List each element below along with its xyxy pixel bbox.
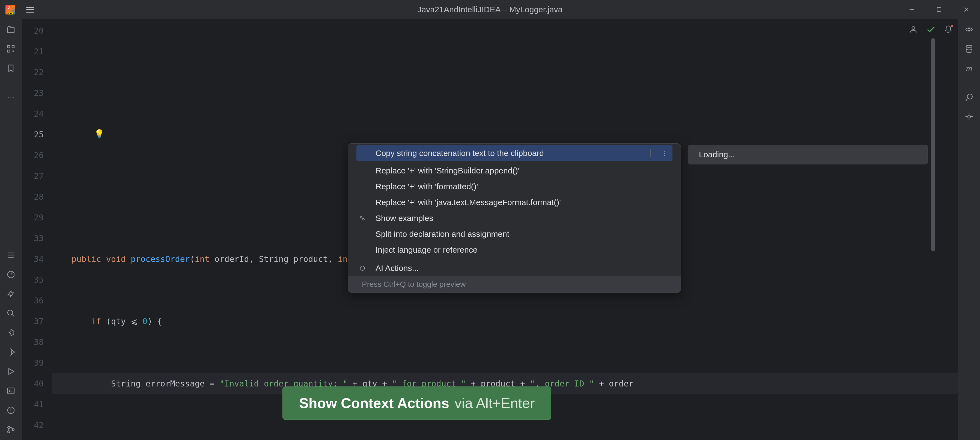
line-number: 21 xyxy=(22,41,44,62)
separator xyxy=(4,83,18,83)
app-icon xyxy=(5,5,15,14)
endpoints-icon[interactable] xyxy=(964,112,974,121)
problems-icon[interactable] xyxy=(6,405,16,415)
line-number: 37 xyxy=(22,311,44,332)
menu-separator xyxy=(348,259,681,259)
menu-footer-hint: Press Ctrl+Q to toggle preview xyxy=(348,276,681,293)
terminal-icon[interactable] xyxy=(6,386,16,396)
run-icon[interactable] xyxy=(6,367,16,376)
search-icon[interactable] xyxy=(6,308,16,318)
coverage-icon[interactable] xyxy=(964,92,974,102)
maven-icon[interactable]: m xyxy=(964,63,974,73)
line-number: 22 xyxy=(22,62,44,83)
svg-point-19 xyxy=(11,412,11,412)
svg-point-28 xyxy=(361,216,362,218)
scrollbar-thumb[interactable] xyxy=(931,38,935,251)
menu-item-messageformat[interactable]: Replace '+' with 'java.text.MessageForma… xyxy=(348,194,681,210)
svg-point-21 xyxy=(8,431,10,433)
menu-item-inject-lang[interactable]: Inject language or reference xyxy=(348,242,681,258)
banner-action: Show Context Actions xyxy=(299,395,449,411)
menu-item-label: Replace '+' with 'formatted()' xyxy=(375,182,478,191)
menu-item-ai-actions[interactable]: AI Actions... xyxy=(348,260,681,276)
line-number: 24 xyxy=(22,104,44,124)
line-number: 35 xyxy=(22,269,44,290)
gutter: 💡 20 21 22 23 24 25 26 27 28 29 33 34 35… xyxy=(22,19,52,440)
banner-shortcut: via Alt+Enter xyxy=(455,395,535,411)
build-icon[interactable] xyxy=(6,328,16,338)
no-problems-icon[interactable] xyxy=(926,25,936,34)
close-button[interactable] xyxy=(953,0,980,19)
menu-item-label: Copy string concatenation text to the cl… xyxy=(375,148,544,158)
line-number: 29 xyxy=(22,207,44,228)
svg-rect-6 xyxy=(8,50,10,52)
line-number: 26 xyxy=(22,145,44,166)
svg-rect-15 xyxy=(8,388,14,394)
profiler-icon[interactable] xyxy=(6,269,16,279)
window-title: Java21AndIntelliJIDEA – MyLogger.java xyxy=(418,5,563,14)
line-number: 28 xyxy=(22,187,44,207)
svg-rect-5 xyxy=(12,46,14,48)
notifications-icon[interactable] xyxy=(944,25,953,34)
main-menu-button[interactable] xyxy=(26,7,34,13)
documentation-loading-tooltip: Loading... xyxy=(688,145,928,164)
menu-item-label: AI Actions... xyxy=(375,263,418,273)
minimize-button[interactable] xyxy=(898,0,926,19)
intention-bulb-icon[interactable]: 💡 xyxy=(94,129,104,139)
maximize-button[interactable] xyxy=(926,0,953,19)
line-number: 38 xyxy=(22,332,44,352)
left-tool-sidebar: ⋯ xyxy=(0,19,22,440)
svg-point-29 xyxy=(363,218,364,220)
examples-icon xyxy=(359,215,366,222)
menu-item-split-decl[interactable]: Split into declaration and assignment xyxy=(348,226,681,242)
bookmarks-icon[interactable] xyxy=(6,63,16,73)
line-number: 42 xyxy=(22,415,44,436)
svg-rect-4 xyxy=(8,46,10,48)
svg-point-23 xyxy=(912,27,915,29)
todo-icon[interactable] xyxy=(6,250,16,260)
more-icon[interactable]: ⋯ xyxy=(6,92,16,102)
line-number: 23 xyxy=(22,83,44,104)
line-number: 41 xyxy=(22,394,44,415)
structure-icon[interactable] xyxy=(6,44,16,54)
presム-action-banner: Show Context Actions via Alt+Enter xyxy=(282,386,551,420)
menu-item-copy-concat[interactable]: Copy string concatenation text to the cl… xyxy=(356,145,673,161)
svg-point-7 xyxy=(13,51,14,52)
menu-item-stringbuilder[interactable]: Replace '+' with 'StringBuilder.append()… xyxy=(348,163,681,179)
svg-line-13 xyxy=(12,314,14,317)
line-number: 39 xyxy=(22,352,44,373)
reader-mode-icon[interactable] xyxy=(909,25,918,34)
context-actions-popup: Copy string concatenation text to the cl… xyxy=(348,143,681,293)
svg-point-25 xyxy=(966,45,972,48)
line-number: 27 xyxy=(22,166,44,187)
menu-item-label: Inject language or reference xyxy=(375,245,477,254)
vcs-icon[interactable] xyxy=(6,425,16,435)
title-bar: Java21AndIntelliJIDEA – MyLogger.java xyxy=(0,0,980,19)
window-controls xyxy=(898,0,980,19)
database-icon[interactable] xyxy=(964,44,974,54)
svg-marker-14 xyxy=(9,368,14,374)
services-icon[interactable] xyxy=(6,289,16,299)
right-tool-sidebar: m xyxy=(958,19,980,440)
editor-scrollbar[interactable] xyxy=(929,38,935,440)
editor-inspections-widget xyxy=(909,25,953,34)
project-icon[interactable] xyxy=(6,25,16,34)
debug-icon[interactable] xyxy=(6,347,16,357)
more-dots-icon[interactable]: ⋮ xyxy=(661,150,667,157)
menu-item-label: Split into declaration and assignment xyxy=(375,230,509,238)
svg-point-20 xyxy=(8,426,10,429)
svg-point-26 xyxy=(967,94,972,99)
ai-assistant-icon[interactable] xyxy=(964,25,974,34)
line-number: 40 xyxy=(22,373,44,394)
menu-item-label: Replace '+' with 'java.text.MessageForma… xyxy=(375,198,561,207)
svg-point-12 xyxy=(8,310,13,315)
menu-item-label: Replace '+' with 'StringBuilder.append()… xyxy=(375,166,519,175)
line-number: 20 xyxy=(22,21,44,41)
line-number: 25 xyxy=(22,124,44,145)
menu-item-formatted[interactable]: Replace '+' with 'formatted()' xyxy=(348,179,681,194)
line-number: 33 xyxy=(22,228,44,249)
svg-point-24 xyxy=(968,29,970,30)
line-number: 34 xyxy=(22,249,44,269)
menu-item-show-examples[interactable]: Show examples xyxy=(348,210,681,226)
ai-icon xyxy=(359,265,366,271)
svg-point-27 xyxy=(968,115,971,118)
